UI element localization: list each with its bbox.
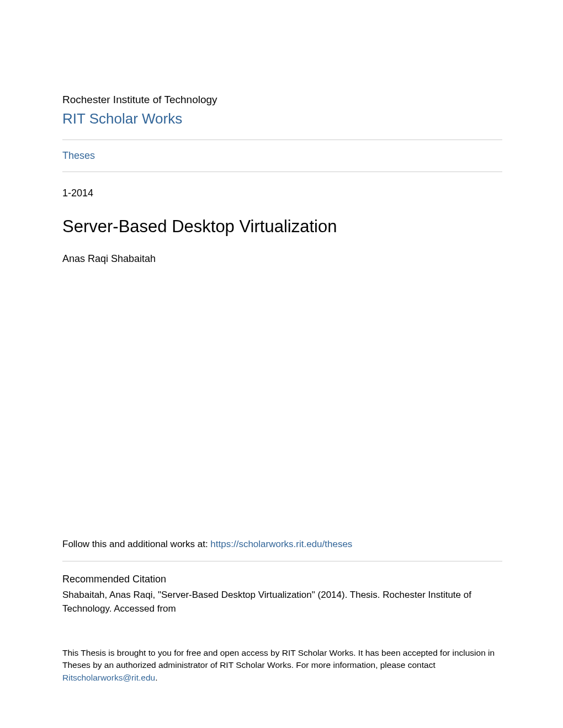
- theses-row: Theses: [62, 140, 502, 172]
- citation-heading: Recommended Citation: [62, 574, 502, 585]
- follow-works-line: Follow this and additional works at: htt…: [62, 539, 502, 550]
- theses-link[interactable]: Theses: [62, 150, 95, 161]
- footer-text-before: This Thesis is brought to you for free a…: [62, 648, 495, 670]
- cover-page: Rochester Institute of Technology RIT Sc…: [0, 0, 563, 728]
- citation-text: Shabaitah, Anas Raqi, "Server-Based Desk…: [62, 588, 502, 615]
- follow-prefix: Follow this and additional works at:: [62, 539, 210, 549]
- author-name: Anas Raqi Shabaitah: [62, 253, 502, 265]
- footer-text-after: .: [155, 673, 157, 682]
- contact-email-link[interactable]: Ritscholarworks@rit.edu: [62, 673, 155, 682]
- content-spacer: [62, 265, 502, 539]
- publication-date: 1-2014: [62, 188, 502, 199]
- document-title: Server-Based Desktop Virtualization: [62, 217, 502, 237]
- divider-citation: [62, 561, 502, 561]
- follow-works-link[interactable]: https://scholarworks.rit.edu/theses: [210, 539, 352, 549]
- footer-text: This Thesis is brought to you for free a…: [62, 647, 502, 684]
- institution-name: Rochester Institute of Technology: [62, 94, 502, 106]
- repository-link[interactable]: RIT Scholar Works: [62, 110, 502, 127]
- divider-bottom: [62, 172, 502, 172]
